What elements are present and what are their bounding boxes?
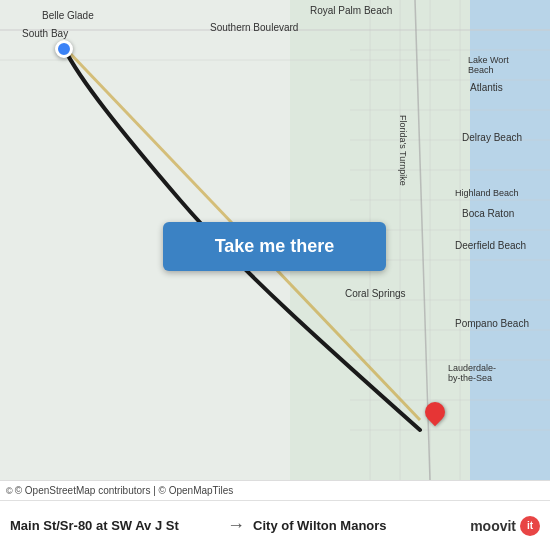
moovit-logo: moovit it [470, 516, 540, 536]
route-from: Main St/Sr-80 at SW Av J St [10, 518, 219, 533]
take-me-there-label: Take me there [215, 236, 335, 257]
city-label-turnpike: Florida's Turnpike [398, 115, 408, 186]
city-label-boca: Boca Raton [462, 208, 514, 219]
city-label-lake-worth: Lake WortBeach [468, 55, 509, 75]
attribution-bar: © © OpenStreetMap contributors | © OpenM… [0, 480, 550, 500]
city-label-coral-springs: Coral Springs [345, 288, 406, 299]
city-label-southern-blvd: Southern Boulevard [210, 22, 298, 33]
city-label-deerfield: Deerfield Beach [455, 240, 526, 251]
city-label-belle-glade: Belle Glade [42, 10, 94, 21]
moovit-text: moovit [470, 518, 516, 534]
map-container: Belle Glade South Bay Royal Palm Beach S… [0, 0, 550, 480]
city-label-highland: Highland Beach [455, 188, 519, 198]
city-label-royal-palm-beach: Royal Palm Beach [310, 5, 392, 16]
route-to: City of Wilton Manors [253, 518, 462, 533]
city-label-pompano: Pompano Beach [455, 318, 529, 329]
end-pin [425, 402, 445, 422]
attribution-text: © OpenStreetMap contributors | © OpenMap… [15, 485, 234, 496]
city-label-south-bay: South Bay [22, 28, 68, 39]
take-me-there-button[interactable]: Take me there [163, 222, 386, 271]
start-pin [55, 40, 73, 58]
moovit-dot: it [520, 516, 540, 536]
city-label-atlantis: Atlantis [470, 82, 503, 93]
copyright-icon: © [6, 486, 13, 496]
city-label-delray: Delray Beach [462, 132, 522, 143]
moovit-dot-letter: it [527, 520, 533, 531]
city-label-lauderdale: Lauderdale-by-the-Sea [448, 363, 496, 383]
bottom-bar: Main St/Sr-80 at SW Av J St → City of Wi… [0, 500, 550, 550]
end-pin-body [421, 398, 449, 426]
route-arrow: → [227, 515, 245, 536]
